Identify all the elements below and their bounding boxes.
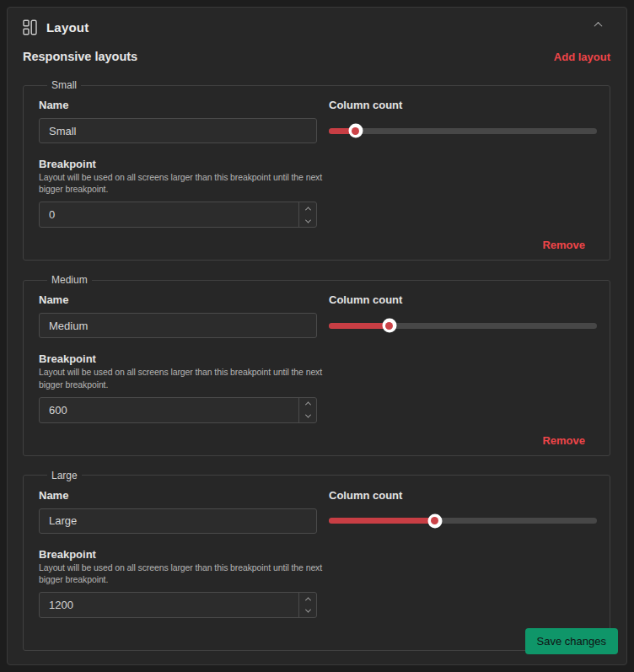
slider-thumb[interactable] (427, 513, 442, 528)
add-layout-button[interactable]: Add layout (554, 51, 610, 63)
slider-fill (329, 518, 435, 524)
breakpoint-input[interactable] (40, 398, 298, 422)
name-field-group: Name (39, 99, 317, 143)
name-input[interactable] (39, 508, 317, 534)
breakpoint-field-group: Breakpoint Layout will be used on all sc… (39, 352, 330, 422)
name-input[interactable] (39, 313, 317, 338)
chevron-up-icon (594, 21, 602, 30)
column-count-slider[interactable] (329, 323, 597, 329)
name-field-group: Name (39, 293, 317, 338)
spinner-down-button[interactable] (299, 605, 316, 618)
breakpoint-field-group: Breakpoint Layout will be used on all sc… (39, 548, 330, 618)
name-field-group: Name (39, 489, 317, 534)
breakpoint-label: Breakpoint (39, 352, 330, 365)
layout-fieldset-medium: Medium Name Column count Breakpoint Layo… (23, 274, 610, 455)
spinner-up-button[interactable] (299, 202, 316, 215)
column-count-group: Column count (329, 293, 597, 338)
number-spinner (298, 593, 316, 617)
name-input[interactable] (39, 118, 317, 143)
responsive-layouts-row: Responsive layouts Add layout (23, 50, 610, 63)
collapse-panel-button[interactable] (588, 15, 607, 34)
remove-layout-button[interactable]: Remove (542, 239, 585, 251)
name-label: Name (39, 489, 317, 502)
layout-grid-icon (23, 19, 37, 35)
column-count-slider[interactable] (329, 518, 597, 524)
slider-thumb[interactable] (382, 319, 396, 333)
breakpoint-help-text: Layout will be used on all screens large… (39, 366, 330, 390)
column-count-group: Column count (329, 489, 597, 534)
layout-fieldset-large: Large Name Column count Breakpoint Layou… (23, 470, 610, 651)
number-spinner (298, 398, 316, 422)
chevron-down-icon (304, 411, 310, 417)
section-heading: Responsive layouts (23, 50, 137, 63)
remove-layout-button[interactable]: Remove (542, 434, 585, 447)
name-label: Name (39, 99, 317, 111)
fieldset-legend: Small (47, 79, 81, 91)
breakpoint-label: Breakpoint (39, 158, 330, 170)
breakpoint-number-input (39, 202, 317, 228)
breakpoint-field-group: Breakpoint Layout will be used on all sc… (39, 158, 330, 228)
breakpoint-number-input (39, 397, 317, 423)
column-count-label: Column count (329, 99, 597, 111)
breakpoint-number-input (39, 592, 317, 618)
slider-fill (329, 323, 390, 329)
save-changes-button[interactable]: Save changes (525, 628, 618, 654)
chevron-down-icon (304, 607, 310, 613)
chevron-up-icon (304, 207, 310, 212)
layout-fieldset-small: Small Name Column count Breakpoint Layou… (23, 79, 610, 261)
panel-footer: Save changes (525, 628, 618, 654)
breakpoint-label: Breakpoint (39, 548, 330, 561)
layout-panel: Layout Responsive layouts Add layout Sma… (7, 7, 627, 665)
panel-title: Layout (46, 20, 89, 35)
breakpoint-help-text: Layout will be used on all screens large… (39, 171, 330, 195)
name-label: Name (39, 293, 317, 306)
fieldset-legend: Large (47, 470, 82, 481)
panel-header: Layout (17, 8, 617, 35)
spinner-down-button[interactable] (299, 215, 316, 228)
fieldset-legend: Medium (47, 274, 92, 286)
chevron-up-icon (304, 402, 310, 408)
slider-thumb[interactable] (348, 124, 363, 138)
spinner-down-button[interactable] (299, 410, 316, 422)
column-count-label: Column count (329, 489, 597, 502)
spinner-up-button[interactable] (299, 398, 316, 411)
breakpoint-input[interactable] (40, 202, 298, 227)
spinner-up-button[interactable] (299, 593, 316, 605)
breakpoint-help-text: Layout will be used on all screens large… (39, 562, 330, 585)
breakpoint-input[interactable] (40, 593, 298, 617)
column-count-label: Column count (329, 293, 597, 306)
number-spinner (298, 202, 316, 227)
column-count-group: Column count (329, 99, 597, 143)
chevron-up-icon (304, 597, 310, 603)
chevron-down-icon (304, 217, 310, 223)
column-count-slider[interactable] (329, 128, 597, 134)
